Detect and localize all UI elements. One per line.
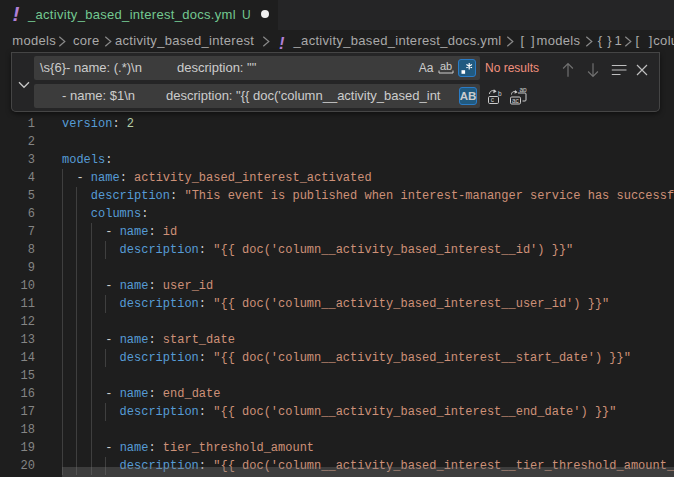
svg-text:ab: ab — [440, 60, 452, 72]
svg-text:ac: ac — [512, 97, 520, 104]
svg-text:c: c — [491, 96, 495, 103]
svg-text:ab: ab — [520, 88, 528, 93]
svg-text:b: b — [498, 90, 502, 97]
